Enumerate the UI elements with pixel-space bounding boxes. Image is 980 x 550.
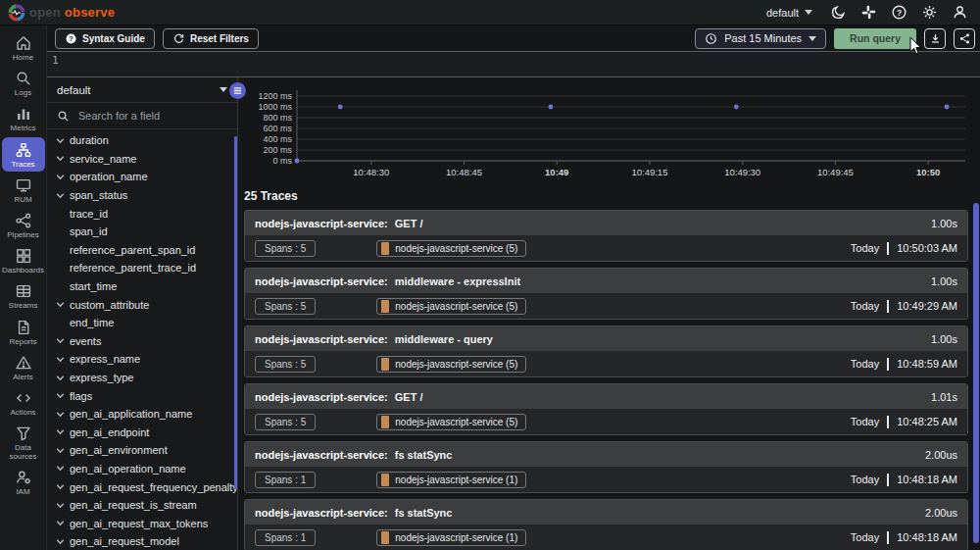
field-row-end_time[interactable]: end_time	[47, 314, 237, 332]
refresh-icon	[172, 32, 185, 45]
trace-card[interactable]: nodejs-javascript-service:middleware - e…	[244, 268, 968, 320]
svg-text:10:49:15: 10:49:15	[631, 167, 667, 177]
sidebar-item-pipelines[interactable]: Pipelines	[2, 208, 45, 242]
trace-card[interactable]: nodejs-javascript-service:fs statSync2.0…	[244, 441, 968, 493]
trace-card[interactable]: nodejs-javascript-service:GET /1.01sSpan…	[244, 383, 968, 435]
sidebar-item-metrics[interactable]: Metrics	[2, 101, 45, 135]
trace-card[interactable]: nodejs-javascript-service:middleware - q…	[244, 325, 968, 377]
sidebar-item-traces[interactable]: Traces	[2, 137, 45, 172]
sidebar-item-rum[interactable]: RUM	[2, 173, 45, 207]
stream-select[interactable]: default	[47, 77, 237, 103]
field-row-gen_ai_operation_name[interactable]: gen_ai_operation_name	[47, 460, 237, 478]
field-name: operation_name	[70, 171, 148, 182]
syntax-guide-button[interactable]: ? Syntax Guide	[55, 28, 155, 49]
dark-mode-icon[interactable]	[830, 4, 847, 21]
query-editor[interactable]: 1	[47, 51, 980, 77]
field-row-express_type[interactable]: express_type	[47, 369, 237, 387]
trace-service-name: nodejs-javascript-service:	[255, 507, 388, 519]
brand-observe: observe	[65, 5, 115, 20]
sidebar-item-actions[interactable]: Actions	[2, 385, 45, 420]
chevron-down-icon	[54, 372, 67, 384]
field-row-trace_id[interactable]: trace_id	[47, 204, 237, 223]
sidebar-item-label: Metrics	[11, 124, 36, 132]
share-icon	[958, 32, 971, 45]
share-button[interactable]	[954, 28, 975, 49]
field-row-start_time[interactable]: start_time	[47, 277, 237, 296]
field-row-gen_ai_request_model[interactable]: gen_ai_request_model	[47, 532, 237, 550]
service-color-swatch	[381, 242, 389, 255]
logo-ring-icon	[8, 4, 25, 22]
field-row-custom_attribute[interactable]: custom_attribute	[47, 295, 237, 314]
trace-card-body: Spans : 5nodejs-javascript-service (5)To…	[245, 293, 967, 319]
field-row-gen_ai_request_frequency_penalty[interactable]: gen_ai_request_frequency_penalty	[47, 477, 237, 496]
trace-time: 10:48:59 AM	[897, 358, 957, 370]
trace-date: Today	[851, 474, 879, 485]
run-query-button[interactable]: Run query	[834, 28, 916, 49]
svg-text:10:50: 10:50	[916, 167, 940, 177]
field-row-gen_ai_application_name[interactable]: gen_ai_application_name	[47, 405, 237, 424]
openobserve-logo[interactable]: openobserve	[8, 4, 115, 22]
sidebar-item-label: Traces	[11, 160, 34, 169]
field-search-input[interactable]	[76, 109, 204, 123]
field-row-gen_ai_endpoint[interactable]: gen_ai_endpoint	[47, 424, 237, 442]
service-color-swatch	[381, 300, 389, 313]
field-row-duration[interactable]: duration	[47, 131, 237, 150]
trace-operation-name: fs statSync	[395, 449, 453, 461]
trace-service-name: nodejs-javascript-service:	[255, 333, 388, 345]
field-row-express_name[interactable]: express_name	[47, 350, 237, 369]
sidebar-item-label: Alerts	[13, 373, 32, 381]
field-name: duration	[70, 134, 109, 146]
field-row-span_status[interactable]: span_status	[47, 186, 237, 205]
sidebar-item-logs[interactable]: Logs	[2, 66, 45, 100]
field-row-gen_ai_request_max_tokens[interactable]: gen_ai_request_max_tokens	[47, 514, 237, 532]
clock-icon	[705, 32, 717, 45]
field-row-reference_parent_trace_id[interactable]: reference_parent_trace_id	[47, 259, 237, 277]
traces-icon	[15, 141, 32, 159]
field-row-gen_ai_request_is_stream[interactable]: gen_ai_request_is_stream	[47, 496, 237, 515]
sidebar-item-reports[interactable]: Reports	[2, 315, 45, 349]
account-icon[interactable]	[952, 4, 968, 21]
help-icon[interactable]: ?	[891, 4, 907, 21]
field-row-gen_ai_environment[interactable]: gen_ai_environment	[47, 441, 237, 460]
trace-timestamp: Today10:48:59 AM	[851, 358, 957, 371]
trace-card-body: Spans : 1nodejs-javascript-service (1)To…	[245, 467, 967, 492]
field-row-operation_name[interactable]: operation_name	[47, 168, 237, 186]
field-row-flags[interactable]: flags	[47, 386, 237, 405]
timestamp-separator	[887, 358, 889, 371]
sidebar-item-home[interactable]: Home	[2, 30, 45, 65]
trace-service-name: nodejs-javascript-service:	[255, 391, 388, 403]
time-range-selector[interactable]: Past 15 Minutes	[695, 28, 826, 49]
search-icon	[57, 110, 70, 123]
org-selector[interactable]: default	[766, 7, 812, 19]
sidebar-item-iam[interactable]: IAM	[2, 465, 45, 499]
field-name: span_id	[70, 225, 108, 237]
field-row-service_name[interactable]: service_name	[47, 150, 237, 169]
spans-count-chip: Spans : 5	[255, 414, 316, 430]
sidebar-item-dashboards[interactable]: Dashboards	[2, 243, 45, 277]
home-icon	[15, 34, 32, 52]
trace-duration: 1.00s	[931, 275, 957, 287]
sidebar-item-label: RUM	[14, 195, 31, 204]
trace-card[interactable]: nodejs-javascript-service:fs statSync2.0…	[244, 499, 968, 550]
trace-operation-name: middleware - query	[395, 333, 493, 345]
field-row-span_id[interactable]: span_id	[47, 223, 237, 241]
field-row-events[interactable]: events	[47, 332, 237, 351]
sidebar-item-alerts[interactable]: Alerts	[2, 350, 45, 384]
sidebar-item-label: Streams	[9, 301, 38, 310]
traces-scrollbar[interactable]	[973, 203, 979, 543]
download-button[interactable]	[924, 28, 946, 49]
field-row-reference_parent_span_id[interactable]: reference_parent_span_id	[47, 241, 237, 260]
trace-card[interactable]: nodejs-javascript-service:GET /1.00sSpan…	[244, 210, 968, 262]
sidebar-item-streams[interactable]: Streams	[2, 278, 45, 313]
sidebar-item-data-sources[interactable]: Data sources	[2, 421, 45, 464]
service-chip: nodejs-javascript-service (1)	[376, 529, 526, 546]
trace-operation-name: middleware - expressInit	[395, 275, 520, 287]
reset-filters-button[interactable]: Reset Filters	[163, 28, 259, 49]
fields-scrollbar[interactable]	[234, 136, 237, 489]
left-nav: HomeLogsMetricsTracesRUMPipelinesDashboa…	[0, 25, 47, 550]
settings-icon[interactable]	[921, 4, 938, 21]
slack-icon[interactable]	[860, 4, 877, 21]
fields-panel-toggle-badge[interactable]	[229, 82, 246, 99]
trace-date: Today	[851, 300, 879, 312]
trace-time: 10:49:29 AM	[897, 300, 957, 312]
